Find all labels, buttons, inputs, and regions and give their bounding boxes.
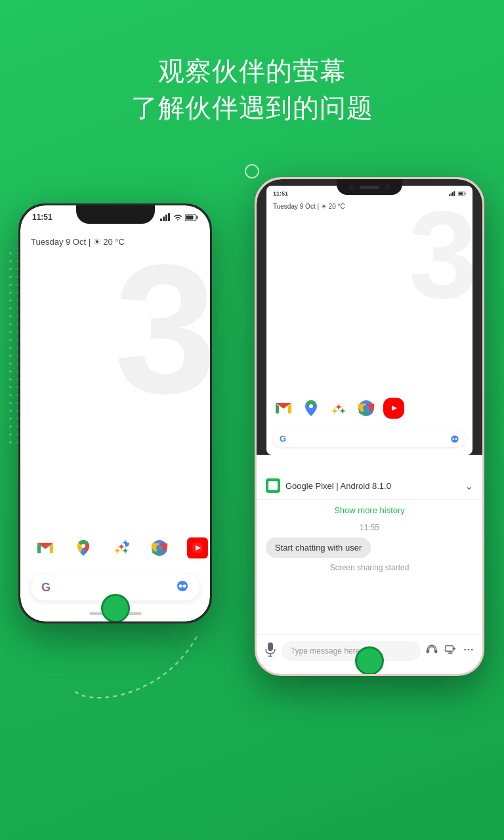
phone-right: 11:51: [255, 177, 484, 676]
svg-point-29: [309, 404, 313, 408]
dashed-curve-decoration: [66, 630, 210, 709]
svg-point-19: [183, 585, 186, 588]
battery-icon: [185, 214, 198, 221]
svg-rect-26: [459, 192, 463, 195]
svg-rect-5: [197, 216, 198, 219]
svg-rect-44: [435, 650, 438, 653]
phone-notch-left: [76, 205, 155, 224]
big-number-left: 3: [114, 237, 210, 421]
svg-rect-43: [427, 650, 429, 653]
svg-rect-21: [451, 193, 452, 196]
svg-rect-25: [465, 193, 466, 194]
status-time-left: 11:51: [32, 213, 52, 222]
phone-left: 11:51: [18, 203, 212, 623]
mirrored-signal-icon: [449, 191, 455, 196]
svg-rect-20: [449, 194, 450, 196]
title-area: 观察伙伴的萤幕 了解伙伴遇到的问题: [0, 52, 504, 126]
svg-point-48: [471, 649, 473, 651]
chat-bubble: Start chatting with user: [266, 537, 371, 558]
mirrored-photos-icon: [328, 398, 349, 419]
wifi-icon: [173, 213, 182, 221]
svg-rect-23: [454, 191, 455, 196]
gmail-icon[interactable]: [31, 534, 60, 562]
svg-rect-2: [165, 215, 167, 221]
mirrored-google-bar: G: [273, 430, 466, 447]
svg-point-47: [468, 649, 470, 651]
svg-point-17: [177, 581, 188, 591]
phone-left-home: Tuesday 9 Oct | ☀ 20 °C 3: [20, 224, 210, 621]
svg-rect-0: [160, 219, 162, 221]
chrome-icon[interactable]: [145, 534, 174, 562]
svg-rect-45: [446, 646, 453, 651]
chat-panel-header: Google Pixel | Android 8.1.0 ⌄: [257, 478, 482, 500]
mirrored-big-number: 3: [408, 192, 472, 317]
system-message: Screen sharing started: [257, 560, 482, 575]
headphones-icon[interactable]: [426, 644, 438, 658]
more-options-icon[interactable]: [463, 644, 474, 658]
svg-rect-40: [268, 642, 273, 651]
svg-point-14: [156, 545, 163, 551]
mirrored-assistant-icon: [450, 434, 459, 444]
mirrored-chrome-icon: [356, 398, 377, 419]
device-name: Google Pixel | Android 8.1.0: [285, 481, 465, 491]
svg-point-38: [453, 438, 455, 440]
svg-point-9: [81, 544, 85, 548]
mirrored-youtube-icon: [383, 398, 404, 419]
page-title: 观察伙伴的萤幕 了解伙伴遇到的问题: [0, 52, 504, 126]
svg-rect-3: [168, 213, 170, 221]
show-history-link[interactable]: Show more history: [257, 500, 482, 520]
screen-share-icon[interactable]: [444, 644, 456, 658]
circle-indicator: [245, 164, 259, 178]
screen-mirror-area: 11:51: [257, 179, 482, 455]
google-assistant-dot: [176, 579, 189, 595]
phone-notch-right: [337, 179, 402, 195]
svg-rect-6: [186, 215, 194, 219]
message-placeholder: Type message here: [291, 646, 360, 656]
svg-point-39: [455, 438, 457, 440]
google-g-icon: G: [41, 581, 51, 595]
svg-point-37: [451, 435, 458, 442]
chat-action-icons: [426, 644, 474, 658]
svg-point-18: [179, 585, 182, 588]
mic-button[interactable]: [264, 642, 276, 660]
youtube-icon[interactable]: [183, 534, 210, 562]
svg-rect-1: [163, 217, 165, 221]
status-icons-left: [160, 213, 198, 221]
svg-rect-22: [452, 192, 453, 196]
chat-bubble-container: Start chatting with user: [257, 535, 482, 560]
mirrored-maps-icon: [301, 398, 322, 419]
svg-point-34: [363, 405, 369, 411]
mirrored-battery-icon: [458, 191, 466, 196]
chat-panel: Google Pixel | Android 8.1.0 ⌄ Show more…: [257, 471, 482, 674]
app-icons-left: [31, 534, 210, 562]
maps-icon[interactable]: [69, 534, 98, 562]
photos-icon[interactable]: [107, 534, 136, 562]
signal-icon: [160, 213, 171, 221]
mirrored-date-weather: Tuesday 9 Oct | ☀ 20 °C: [273, 203, 466, 210]
chat-timestamp: 11:55: [257, 520, 482, 535]
home-button-left[interactable]: [101, 594, 130, 623]
mirrored-gmail-icon: [273, 398, 294, 419]
mirrored-screen-inner: 11:51: [266, 186, 472, 455]
expand-chevron[interactable]: ⌄: [465, 480, 473, 492]
svg-point-46: [464, 649, 466, 651]
home-button-right[interactable]: [355, 646, 384, 675]
message-input[interactable]: Type message here: [282, 641, 421, 661]
mirrored-app-icons: [273, 398, 404, 419]
pixel-icon: [266, 478, 280, 493]
